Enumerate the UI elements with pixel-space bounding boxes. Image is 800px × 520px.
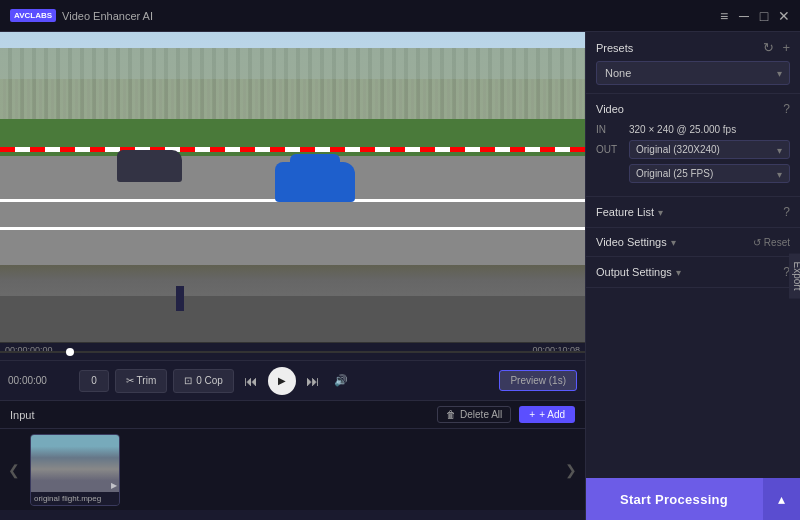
scroll-right-arrow[interactable]: ❯ <box>561 462 581 478</box>
timeline: 00:00:00:00 00:00:10:08 <box>0 342 585 360</box>
app-title: Video Enhancer AI <box>62 10 153 22</box>
titlebar: AVCLABS Video Enhancer AI ≡ ─ □ ✕ <box>0 0 800 32</box>
crop-icon: ⊡ <box>184 375 192 386</box>
video-fps-select[interactable]: Original (25 FPS) 24 FPS 30 FPS 60 FPS <box>629 164 790 183</box>
maximize-btn[interactable]: □ <box>758 10 770 22</box>
add-button[interactable]: + + Add <box>519 406 575 423</box>
output-settings-section: Output Settings ▾ ? <box>586 257 800 288</box>
output-settings-header[interactable]: Output Settings ▾ ? <box>596 265 790 279</box>
video-background <box>0 32 585 342</box>
plus-icon: + <box>529 409 535 420</box>
presets-add-btn[interactable]: + <box>782 40 790 55</box>
car-blue <box>275 162 355 202</box>
video-section-header: Video ? <box>596 102 790 116</box>
track-bottom <box>0 296 585 343</box>
feature-list-left: Feature List ▾ <box>596 206 663 218</box>
video-settings-section: Video Settings ▾ ↺ Reset <box>586 228 800 257</box>
start-processing-button[interactable]: Start Processing <box>586 478 762 520</box>
input-content: ❮ ▶ original flight.mpeg ❯ <box>0 429 585 510</box>
export-tab[interactable]: Export <box>789 254 800 299</box>
timeline-track <box>0 351 585 353</box>
start-processing-container: Start Processing ▴ <box>586 478 800 520</box>
video-help-icon[interactable]: ? <box>783 102 790 116</box>
start-chevron-icon: ▴ <box>778 491 785 507</box>
crop-count-label: 0 Cop <box>196 375 223 386</box>
play-button[interactable]: ▶ <box>268 367 296 395</box>
crop-button[interactable]: ⊡ 0 Cop <box>173 369 234 393</box>
video-section: Video ? IN 320 × 240 @ 25.000 fps OUT Or… <box>586 94 800 197</box>
main-layout: 00:00:00:00 00:00:10:08 00:00:00 ✂ Trim … <box>0 32 800 520</box>
prev-button[interactable]: ⏮ <box>240 373 262 389</box>
presets-title: Presets <box>596 42 633 54</box>
output-settings-chevron: ▾ <box>676 267 681 278</box>
delete-all-label: Delete All <box>460 409 502 420</box>
track-line-2 <box>0 227 585 230</box>
car-dark <box>117 150 182 182</box>
frame-input[interactable] <box>79 370 109 392</box>
presets-icons: ↻ + <box>763 40 790 55</box>
presets-section: Presets ↻ + None Preset 1 Preset 2 ▾ <box>586 32 800 94</box>
item-thumb-inner <box>31 435 119 492</box>
input-label: Input <box>10 409 34 421</box>
start-processing-expand-btn[interactable]: ▴ <box>762 478 800 520</box>
video-section-title: Video <box>596 103 624 115</box>
input-header: Input 🗑 Delete All + + Add <box>0 401 585 429</box>
volume-button[interactable]: 🔊 <box>330 374 352 387</box>
presets-refresh-btn[interactable]: ↻ <box>763 40 774 55</box>
current-time: 00:00:00 <box>8 375 73 386</box>
output-settings-title: Output Settings <box>596 266 672 278</box>
minimize-btn[interactable]: ─ <box>738 10 750 22</box>
video-resolution-select[interactable]: Original (320X240) 480p (640X480) 720p (… <box>629 140 790 159</box>
video-resolution-wrapper: Original (320X240) 480p (640X480) 720p (… <box>629 140 790 159</box>
video-out-label: OUT <box>596 144 621 155</box>
close-btn[interactable]: ✕ <box>778 10 790 22</box>
track-scene <box>0 32 585 342</box>
output-settings-left: Output Settings ▾ <box>596 266 681 278</box>
menu-icon[interactable]: ≡ <box>718 10 730 22</box>
video-in-row: IN 320 × 240 @ 25.000 fps <box>596 124 790 135</box>
person <box>176 286 184 311</box>
trash-icon: 🗑 <box>446 409 456 420</box>
logo-box: AVCLABS <box>10 9 56 22</box>
video-fps-row: Original (25 FPS) 24 FPS 30 FPS 60 FPS ▾ <box>596 164 790 183</box>
presets-select-wrapper: None Preset 1 Preset 2 ▾ <box>596 61 790 85</box>
item-name: original flight.mpeg <box>31 492 119 505</box>
video-in-value: 320 × 240 @ 25.000 fps <box>629 124 736 135</box>
input-items-list: ▶ original flight.mpeg <box>30 434 555 506</box>
timeline-handle[interactable] <box>66 348 74 356</box>
feature-list-section: Feature List ▾ ? <box>586 197 800 228</box>
video-settings-chevron: ▾ <box>671 237 676 248</box>
play-icon: ▶ <box>278 375 286 386</box>
grandstand <box>0 48 585 126</box>
feature-list-header[interactable]: Feature List ▾ ? <box>596 205 790 219</box>
input-actions: 🗑 Delete All + + Add <box>437 406 575 423</box>
add-label: + Add <box>539 409 565 420</box>
right-panel: Presets ↻ + None Preset 1 Preset 2 ▾ <box>585 32 800 520</box>
video-settings-title: Video Settings <box>596 236 667 248</box>
controls-bar: 00:00:00 ✂ Trim ⊡ 0 Cop ⏮ ▶ ⏭ 🔊 Preview … <box>0 360 585 400</box>
trim-button[interactable]: ✂ Trim <box>115 369 167 393</box>
scroll-left-arrow[interactable]: ❮ <box>4 462 24 478</box>
input-strip: Input 🗑 Delete All + + Add ❮ <box>0 400 585 510</box>
video-settings-header[interactable]: Video Settings ▾ ↺ Reset <box>596 236 790 248</box>
logo: AVCLABS Video Enhancer AI <box>10 9 718 22</box>
window-controls: ≡ ─ □ ✕ <box>718 10 790 22</box>
video-settings-reset-btn[interactable]: ↺ Reset <box>753 237 790 248</box>
video-settings-right: ↺ Reset <box>753 237 790 248</box>
delete-all-button[interactable]: 🗑 Delete All <box>437 406 511 423</box>
feature-list-help-icon[interactable]: ? <box>783 205 790 219</box>
video-preview <box>0 32 585 342</box>
input-item[interactable]: ▶ original flight.mpeg <box>30 434 120 506</box>
video-fps-wrapper: Original (25 FPS) 24 FPS 30 FPS 60 FPS ▾ <box>629 164 790 183</box>
timeline-bar[interactable]: 00:00:00:00 00:00:10:08 <box>0 343 585 360</box>
barrier <box>0 147 585 152</box>
presets-select[interactable]: None Preset 1 Preset 2 <box>596 61 790 85</box>
right-scroll-area: Presets ↻ + None Preset 1 Preset 2 ▾ <box>586 32 800 520</box>
preview-button[interactable]: Preview (1s) <box>499 370 577 391</box>
left-panel: 00:00:00:00 00:00:10:08 00:00:00 ✂ Trim … <box>0 32 585 520</box>
item-thumbnail: ▶ <box>31 435 119 492</box>
feature-list-title: Feature List <box>596 206 654 218</box>
video-out-row: OUT Original (320X240) 480p (640X480) 72… <box>596 140 790 159</box>
item-play-icon: ▶ <box>111 481 117 490</box>
next-button[interactable]: ⏭ <box>302 373 324 389</box>
